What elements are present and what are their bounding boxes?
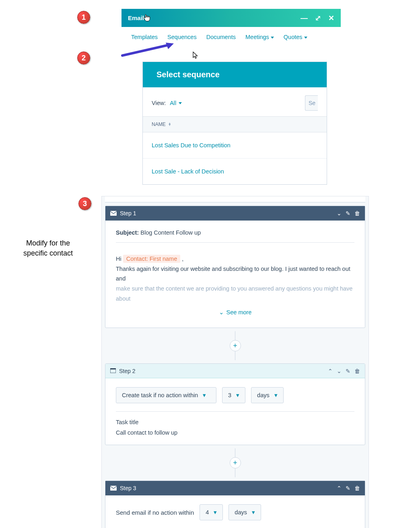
step-1-tools: ⌄ ✎ 🗑: [337, 210, 360, 217]
connector: +: [102, 331, 369, 360]
select-sequence-heading: Select sequence: [143, 62, 327, 87]
body-line-2: make sure that the content we are provid…: [116, 284, 354, 303]
step-1-label: Step 1: [120, 210, 136, 217]
connector-line: [235, 351, 235, 360]
view-dropdown[interactable]: All: [170, 100, 182, 106]
step-2-body: Create task if no action within ▾ 3 ▾ da…: [105, 378, 365, 445]
tab-meetings-label: Meetings: [245, 34, 269, 40]
greeting: Hi: [116, 256, 123, 262]
step-1-card: Step 1 ⌄ ✎ 🗑 Subject: Blog Content Follo…: [105, 206, 365, 328]
email-window-header: Email — ⤢ ✕: [121, 9, 341, 27]
unit-dropdown[interactable]: days ▾: [229, 504, 261, 520]
annotation-text-content: Modify for the specific contact: [23, 239, 73, 257]
number-value: 3: [228, 392, 231, 398]
edit-icon[interactable]: ✎: [346, 485, 350, 491]
task-icon: [110, 368, 116, 374]
search-text: Se: [309, 100, 315, 106]
connector-line: [235, 448, 235, 457]
tab-documents[interactable]: Documents: [206, 34, 236, 40]
add-step-button[interactable]: +: [230, 457, 241, 468]
window-controls: — ⤢ ✕: [301, 14, 334, 22]
task-title-label: Task title: [116, 412, 354, 425]
envelope-icon: [110, 486, 117, 491]
body-line-1: Thanks again for visiting our website an…: [116, 264, 354, 284]
view-label: View:: [152, 100, 166, 106]
sequence-row[interactable]: Lost Sale - Lack of Decision: [143, 159, 327, 184]
column-name[interactable]: NAME: [152, 122, 166, 127]
caret-down-icon: ▾: [214, 509, 217, 516]
svg-rect-5: [110, 486, 117, 491]
caret-down-icon: ▾: [274, 392, 278, 398]
envelope-icon: [110, 211, 117, 216]
edit-icon[interactable]: ✎: [346, 368, 350, 374]
edit-icon[interactable]: ✎: [346, 210, 350, 217]
caret-down-icon: ▾: [203, 392, 206, 398]
cursor-arrow-icon: [193, 52, 199, 61]
badge-2: 2: [77, 52, 90, 64]
email-window-title: Email: [128, 14, 144, 21]
badge-1-text: 1: [82, 13, 86, 22]
action-value: Create task if no action within: [122, 392, 198, 398]
tab-quotes-label: Quotes: [284, 34, 303, 40]
badge-1: 1: [77, 11, 90, 24]
annotation-text: Modify for the specific contact: [23, 238, 73, 258]
subject-value: Blog Content Follow up: [140, 229, 201, 236]
chevron-down-icon: ⌄: [219, 309, 224, 316]
sequence-row[interactable]: Lost Sales Due to Competition: [143, 132, 327, 159]
delete-icon[interactable]: 🗑: [354, 210, 360, 217]
sequence-filter-bar: View: All Se: [143, 87, 327, 116]
step-2-tools: ⌃ ⌄ ✎ 🗑: [328, 368, 360, 374]
task-title-value: Call contact to follow up: [116, 425, 354, 436]
chevron-up-icon[interactable]: ⌃: [328, 368, 333, 374]
personalization-token[interactable]: Contact: First name: [123, 255, 181, 263]
tab-sequences[interactable]: Sequences: [167, 34, 197, 40]
chevron-up-icon[interactable]: ⌃: [337, 485, 342, 491]
step-3-tools: ⌃ ✎ 🗑: [337, 485, 360, 491]
editor-topline: [105, 196, 365, 202]
svg-rect-3: [110, 369, 116, 373]
email-tabs: Templates Sequences Documents Meetings Q…: [121, 29, 341, 45]
connector-line: [235, 468, 235, 477]
step-3-controls: Send email if no action within 4 ▾ days …: [116, 504, 354, 520]
step-3-header: Step 3 ⌃ ✎ 🗑: [105, 481, 365, 495]
sequence-name: Lost Sales Due to Competition: [152, 142, 231, 148]
chevron-down-icon[interactable]: ⌄: [337, 368, 342, 374]
number-dropdown[interactable]: 3 ▾: [222, 387, 245, 403]
see-more-button[interactable]: ⌄ See more: [116, 303, 354, 319]
number-value: 4: [206, 509, 209, 516]
subject-label: Subject:: [116, 229, 139, 236]
sort-icon[interactable]: ▲▼: [168, 123, 171, 126]
unit-value: days: [257, 392, 270, 398]
select-sequence-panel: Select sequence View: All Se NAME ▲▼ Los…: [142, 62, 327, 185]
caret-down-icon: ▾: [252, 509, 255, 516]
tab-meetings[interactable]: Meetings: [245, 34, 274, 40]
delete-icon[interactable]: 🗑: [354, 485, 360, 491]
step-3-body: Send email if no action within 4 ▾ days …: [105, 495, 365, 528]
expand-icon[interactable]: ⤢: [315, 14, 321, 22]
unit-value: days: [235, 509, 247, 516]
unit-dropdown[interactable]: days ▾: [251, 387, 284, 403]
connector: +: [102, 448, 369, 477]
sequence-name: Lost Sale - Lack of Decision: [152, 168, 224, 175]
close-icon[interactable]: ✕: [328, 14, 334, 22]
add-step-button[interactable]: +: [230, 340, 241, 351]
email-body: Hi Contact: First name , Thanks again fo…: [116, 243, 354, 303]
action-dropdown[interactable]: Create task if no action within ▾: [116, 387, 216, 403]
tab-templates[interactable]: Templates: [131, 34, 158, 40]
step-1-header: Step 1 ⌄ ✎ 🗑: [105, 206, 365, 221]
minimize-icon[interactable]: —: [301, 14, 308, 22]
sequence-editor: Step 1 ⌄ ✎ 🗑 Subject: Blog Content Follo…: [101, 196, 369, 528]
caret-down-icon: ▾: [236, 392, 239, 398]
step-2-label: Step 2: [119, 368, 135, 374]
chevron-down-icon[interactable]: ⌄: [337, 210, 342, 217]
badge-3: 3: [78, 197, 91, 210]
search-input[interactable]: Se: [305, 95, 318, 111]
step-3-text: Send email if no action within: [116, 509, 194, 516]
tab-quotes[interactable]: Quotes: [284, 34, 307, 40]
delete-icon[interactable]: 🗑: [354, 368, 360, 374]
number-dropdown[interactable]: 4 ▾: [200, 504, 223, 520]
caret-down-icon: [304, 37, 307, 39]
caret-down-icon: [179, 102, 182, 104]
step-2-controls: Create task if no action within ▾ 3 ▾ da…: [116, 387, 354, 412]
sequence-table-header: NAME ▲▼: [143, 116, 327, 132]
